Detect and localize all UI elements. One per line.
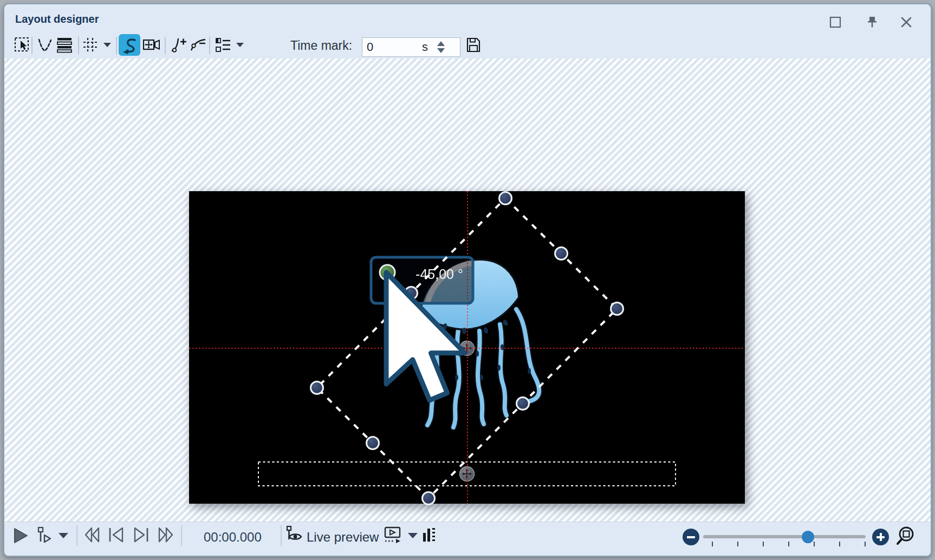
handle-left-corner[interactable] bbox=[311, 382, 323, 394]
go-to-start-button[interactable] bbox=[107, 526, 126, 544]
go-to-start-icon bbox=[107, 526, 126, 544]
handle-top-corner[interactable] bbox=[499, 192, 512, 205]
play-from-marker-icon bbox=[36, 526, 54, 544]
levels-icon bbox=[421, 526, 437, 543]
select-mode-icon bbox=[14, 36, 31, 54]
chevron-down-icon bbox=[58, 532, 69, 539]
rotation-value: -45,00 ° bbox=[415, 266, 463, 282]
path-mode-icon bbox=[36, 36, 54, 54]
fast-forward-icon bbox=[156, 526, 174, 544]
chevron-down-icon bbox=[407, 532, 418, 539]
zoom-out-button[interactable] bbox=[683, 529, 699, 545]
time-mark-input[interactable] bbox=[362, 40, 422, 55]
spin-up-button[interactable] bbox=[437, 41, 445, 46]
play-options-dropdown[interactable] bbox=[58, 532, 69, 539]
spin-down-button[interactable] bbox=[437, 48, 445, 53]
levels-button[interactable] bbox=[421, 526, 437, 543]
save-button[interactable] bbox=[463, 35, 484, 55]
handle-right-corner[interactable] bbox=[611, 303, 624, 315]
close-button[interactable] bbox=[899, 15, 913, 29]
time-display: 00:00.000 bbox=[204, 530, 262, 545]
keyframe-list-button[interactable] bbox=[213, 35, 233, 55]
save-icon bbox=[465, 36, 482, 54]
zoom-fit-icon bbox=[895, 525, 917, 547]
keyframe-list-icon bbox=[215, 36, 232, 54]
play-from-marker-button[interactable] bbox=[36, 526, 54, 544]
keyframe-list-dropdown[interactable] bbox=[233, 35, 246, 55]
preview-window-button[interactable] bbox=[384, 526, 402, 544]
rewind-icon bbox=[83, 526, 102, 544]
zoom-in-button[interactable] bbox=[872, 529, 889, 545]
live-preview-label: Live preview bbox=[307, 530, 379, 545]
zoom-fit-button[interactable] bbox=[895, 525, 917, 547]
transport-bar: 00:00.000 Live preview bbox=[4, 522, 931, 556]
camera-pan-icon bbox=[142, 36, 161, 54]
time-mark-unit: s bbox=[422, 40, 435, 54]
preview-marker-icon bbox=[285, 525, 304, 545]
motion-path-button[interactable] bbox=[119, 34, 140, 56]
design-area: -45,00 ° bbox=[4, 58, 931, 522]
time-mark-field: s bbox=[362, 37, 460, 57]
time-mark-label: Time mark: bbox=[290, 38, 352, 53]
go-to-end-button[interactable] bbox=[132, 526, 150, 544]
remove-curve-point-button[interactable] bbox=[188, 35, 209, 55]
maximize-icon bbox=[829, 16, 841, 28]
camera-pan-button[interactable] bbox=[141, 35, 162, 55]
layout-designer-window: Layout designer bbox=[3, 3, 932, 557]
go-to-end-icon bbox=[132, 526, 150, 544]
layout-canvas[interactable]: -45,00 ° bbox=[189, 191, 745, 504]
chevron-down-icon bbox=[103, 42, 112, 48]
pin-icon bbox=[866, 16, 878, 29]
rewind-button[interactable] bbox=[83, 526, 102, 544]
preview-options-dropdown[interactable] bbox=[407, 532, 418, 539]
window-title: Layout designer bbox=[15, 13, 99, 25]
motion-path-icon bbox=[120, 35, 139, 55]
play-button[interactable] bbox=[12, 527, 29, 544]
chevron-down-icon bbox=[236, 42, 244, 48]
grid-dropdown[interactable] bbox=[101, 35, 114, 55]
z-order-button[interactable] bbox=[54, 35, 75, 55]
add-curve-point-icon bbox=[170, 36, 188, 54]
handle-bottom-right-mid[interactable] bbox=[517, 398, 529, 410]
maximize-button[interactable] bbox=[828, 15, 842, 29]
fast-forward-button[interactable] bbox=[156, 526, 174, 544]
preview-window-icon bbox=[384, 526, 402, 544]
grid-button[interactable] bbox=[80, 35, 101, 55]
zoom-slider-track[interactable] bbox=[703, 535, 866, 538]
play-icon bbox=[12, 527, 29, 544]
handle-bottom-left-mid[interactable] bbox=[367, 437, 379, 450]
remove-curve-point-icon bbox=[189, 36, 207, 54]
path-mode-button[interactable] bbox=[35, 35, 55, 55]
text-box-move-handle[interactable] bbox=[460, 467, 475, 481]
add-curve-point-button[interactable] bbox=[168, 35, 189, 55]
zoom-slider-thumb[interactable] bbox=[802, 531, 814, 543]
close-icon bbox=[900, 16, 912, 28]
pin-button[interactable] bbox=[865, 15, 879, 29]
z-order-icon bbox=[56, 36, 73, 54]
grid-icon bbox=[82, 36, 99, 54]
select-mode-button[interactable] bbox=[12, 35, 33, 55]
live-preview-toggle[interactable] bbox=[285, 525, 304, 545]
handle-top-right-mid[interactable] bbox=[555, 248, 568, 260]
handle-bottom-corner[interactable] bbox=[423, 492, 435, 505]
